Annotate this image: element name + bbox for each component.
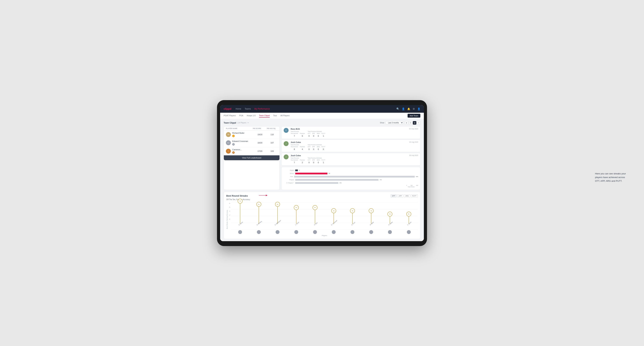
grid-view-icon[interactable]: ⊞ — [405, 121, 408, 125]
player-avatar-small — [407, 230, 411, 234]
streak-bubble: 5x — [294, 205, 299, 210]
annotation-arrow — [259, 194, 268, 197]
total-practice-label: Total Practice Activities — [308, 131, 325, 132]
players-chart-area: 7x E. Ewart 6x B. McHerg 6x D. Billingha… — [231, 202, 418, 236]
bell-icon[interactable]: 🔔 — [407, 107, 410, 110]
card-name: Josh Coles — [291, 141, 418, 143]
team-count: | 14 Players — [237, 122, 246, 124]
x-axis-0: 0 — [406, 185, 407, 186]
bar-label-dbogeys: D. Bogeys + — [284, 182, 294, 184]
show-controls: Show Last 3 months ⊞ ☰ ▤ ≡ — [380, 121, 420, 125]
nav-home[interactable]: Home — [236, 107, 241, 111]
period-select[interactable]: Last 3 months — [386, 121, 404, 124]
streak-bubble: 4x — [331, 208, 336, 213]
player-avatar-small — [276, 230, 280, 234]
total-practice-label: Total Practice Activities — [308, 157, 325, 159]
streaks-header: Best Round Streaks OTT APP ARG PUTT — [226, 194, 418, 197]
bar-label-eagles: Eagles — [284, 170, 294, 171]
card-view-icon[interactable]: ▤ — [413, 121, 416, 125]
app-button[interactable]: APP — [397, 194, 403, 197]
table-row[interactable]: RB Richard Butler 1 19/20 110 — [224, 131, 280, 139]
bar-chart-panel: Eagles 3 Birdies 96 Pars — [282, 167, 420, 190]
player-col: 6x D. Billingham — [268, 201, 287, 234]
player-col: 6x B. McHerg — [250, 201, 268, 234]
main-content: Team Clippd | 14 Players ✏ Show Last 3 m… — [220, 119, 424, 241]
player-name-rotated: J. Coles — [295, 221, 302, 228]
search-icon[interactable]: 🔍 — [396, 107, 399, 110]
sub-nav-pga[interactable]: PGA — [239, 114, 243, 118]
nav-icons: 🔍 👤 🔔 ⚙ 👤 — [396, 107, 420, 110]
add-team-button[interactable]: Add Team — [408, 114, 420, 118]
x-axis-400: 400 — [416, 185, 418, 186]
streak-bubble: 6x — [275, 202, 280, 207]
player-avatar-small — [294, 230, 298, 234]
badge-silver: 2 — [232, 143, 235, 146]
sub-nav-pgat[interactable]: PGAT Players — [224, 114, 236, 118]
streak-stem — [259, 204, 259, 224]
bar-pars — [294, 176, 415, 177]
nav-teams[interactable]: Teams — [245, 107, 251, 111]
table-row[interactable]: C Cameron... 3 17/20 103 — [224, 147, 280, 156]
player-avatar-small — [257, 230, 261, 234]
bar-val-eagles: 3 — [299, 170, 300, 171]
settings-icon[interactable]: ⚙ — [413, 107, 415, 110]
two-col-layout: PLAYER NAME PB SCORE PB AVG SQ RB Richar… — [224, 126, 420, 190]
player-col: 3x C. Quick — [400, 201, 418, 234]
player-info: RB Richard Butler 1 — [226, 132, 253, 137]
player-col: 5x R. Britt — [306, 201, 324, 234]
view-leaderboard-button[interactable]: View Full Leaderboard — [224, 155, 280, 160]
player-col: 4x E. Crossman — [325, 201, 343, 234]
sub-nav-tour[interactable]: Tour — [273, 114, 277, 118]
total-rounds-label: Total Rounds — [291, 131, 305, 132]
avatar: EC — [226, 140, 231, 145]
sub-nav-team-clippd[interactable]: Team Clippd — [259, 114, 270, 118]
avatar-icon[interactable]: 👤 — [418, 107, 420, 110]
nav-my-performance[interactable]: My Performance — [254, 107, 270, 111]
x-axis-label: Players — [231, 235, 418, 236]
streaks-panel: Best Round Streaks OTT APP ARG PUTT — [224, 192, 420, 239]
edit-icon[interactable]: ✏ — [248, 122, 249, 124]
bar-val-dbogeys: 131 — [339, 182, 342, 184]
lb-header: PLAYER NAME PB SCORE PB AVG SQ — [224, 127, 280, 131]
player-name-rotated: E. Crossman — [331, 220, 340, 229]
pb-avg-sq: 110 — [267, 134, 278, 136]
player-avatar-small — [313, 230, 317, 234]
card-info: 26 Aug 2023 Josh Coles Total Rounds Tour… — [291, 141, 418, 151]
player-col: 7x E. Ewart — [231, 201, 249, 234]
annotation-text: Here you can see streaks your players ha… — [595, 172, 630, 183]
y-axis-ticks: 0 2 4 6 8 — [229, 202, 230, 227]
sub-nav-all-players[interactable]: All Players — [280, 114, 290, 118]
nav-bar: clippd Home Teams My Performance 🔍 👤 🔔 ⚙… — [220, 105, 424, 113]
card-date: 26 Aug 2023 — [409, 155, 418, 156]
user-icon[interactable]: 👤 — [402, 107, 405, 110]
chart-bars-container: 7x E. Ewart 6x B. McHerg 6x D. Billingha… — [231, 202, 418, 234]
bar-eagles — [295, 170, 298, 171]
annotation-arrow-2 — [418, 192, 422, 195]
x-axis-200: 200 — [410, 185, 413, 186]
bar-bogeys — [295, 179, 378, 181]
pb-avg-sq: 107 — [267, 142, 278, 144]
tablet-frame: clippd Home Teams My Performance 🔍 👤 🔔 ⚙… — [217, 100, 427, 246]
col-pb-avg-sq: PB AVG SQ — [267, 128, 278, 129]
tournament-count: 7 — [294, 135, 295, 137]
player-name-rotated: E. Ewart — [238, 221, 246, 228]
list-view-icon[interactable]: ☰ — [409, 121, 412, 125]
sub-nav-hcaps[interactable]: Hcaps 1-5 — [247, 114, 256, 118]
card-stats: Total Rounds Tournament 7 Practice — [291, 131, 418, 137]
bar-val-bogeys: 311 — [380, 179, 382, 180]
bar-label-pars: Pars — [284, 176, 293, 177]
total-rounds-label: Total Rounds — [291, 157, 305, 159]
badge-bronze: 3 — [232, 151, 235, 154]
detail-view-icon[interactable]: ≡ — [417, 121, 420, 125]
putt-button[interactable]: PUTT — [411, 194, 418, 197]
player-col: 5x J. Coles — [287, 201, 306, 234]
arg-button[interactable]: ARG — [404, 194, 410, 197]
total-rounds-label: Total Rounds — [291, 144, 305, 146]
col-player-name: PLAYER NAME — [226, 128, 253, 129]
ott-button[interactable]: OTT — [390, 194, 396, 197]
streak-bubble: 5x — [312, 205, 318, 210]
table-row[interactable]: EC Edward Crossman 2 18/20 107 — [224, 139, 280, 147]
player-info: C Cameron... 3 — [226, 149, 253, 154]
player-name-rotated: D. Billingham — [274, 219, 284, 228]
player-name: Cameron... — [232, 149, 242, 151]
